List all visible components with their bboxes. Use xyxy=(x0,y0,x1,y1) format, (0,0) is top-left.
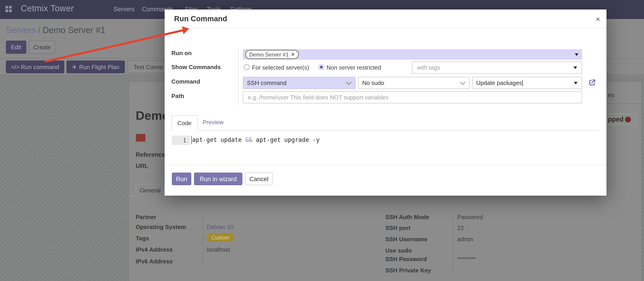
path-input[interactable]: e.g. /home/user This field does NOT supp… xyxy=(243,91,582,103)
status-dot-icon xyxy=(625,117,631,122)
text-cursor xyxy=(522,80,523,86)
ipv4-label: IPv4 Address xyxy=(136,246,173,253)
run-button[interactable]: Run xyxy=(172,173,191,185)
radio-non-server-restricted-label[interactable]: Non server restricted xyxy=(326,64,381,71)
apps-grid-icon[interactable] xyxy=(6,6,12,12)
command-label: Command xyxy=(172,78,200,85)
test-connection-button[interactable]: Test Conne xyxy=(128,60,169,73)
color-swatch[interactable] xyxy=(136,134,146,142)
url-label: URL xyxy=(136,163,148,169)
code-line-number: 1 xyxy=(172,136,190,145)
create-button[interactable]: Create xyxy=(29,41,55,54)
screen: Cetmix Tower Servers Commands Files Tool… xyxy=(0,0,644,281)
close-icon[interactable]: × xyxy=(596,15,600,23)
run-command-modal: Run Command × Run on Demo Server #1 ✕ Sh… xyxy=(164,9,606,196)
command-type-select[interactable]: SSH command xyxy=(243,77,356,89)
breadcrumb-servers-link[interactable]: Servers xyxy=(6,25,36,35)
code-icon: </> xyxy=(11,63,20,70)
cancel-button[interactable]: Cancel xyxy=(245,173,273,185)
tags-label: Tags xyxy=(136,235,149,242)
radio-for-selected-servers-label[interactable]: For selected server(s) xyxy=(252,64,309,71)
edit-button[interactable]: Edit xyxy=(6,41,26,54)
left-group-separator xyxy=(202,213,203,269)
run-flight-plan-button[interactable]: ✈ Run Flight Plan xyxy=(66,60,125,73)
select-chevron-icon xyxy=(346,79,352,85)
dropdown-caret-icon[interactable] xyxy=(575,53,578,56)
breadcrumb: Servers / Demo Server #1 xyxy=(6,25,105,35)
partner-label: Partner xyxy=(136,214,156,221)
form-column-separator xyxy=(238,47,239,105)
modal-title: Run Command xyxy=(174,14,227,23)
radio-for-selected-servers[interactable] xyxy=(244,64,250,70)
ssh-private-key-label: SSH Private Key xyxy=(385,267,431,274)
sudo-select[interactable]: No sudo xyxy=(358,77,470,89)
ipv6-label: IPv6 Address xyxy=(136,258,173,265)
plane-icon: ✈ xyxy=(72,63,77,70)
run-on-field[interactable]: Demo Server #1 ✕ xyxy=(243,49,582,60)
tag-custom-badge: Custom xyxy=(207,233,234,242)
external-link-icon[interactable] xyxy=(588,78,596,87)
os-value-link[interactable]: Debian 10 xyxy=(207,224,234,230)
notebook-border xyxy=(128,196,136,197)
use-sudo-label: Use sudo xyxy=(385,247,412,254)
ssh-password-value: ******** xyxy=(457,256,476,263)
nav-item-servers[interactable]: Servers xyxy=(114,6,134,13)
ipv4-value: localhost xyxy=(207,246,230,253)
status-text-partial: pped xyxy=(608,116,624,123)
dropdown-caret-icon xyxy=(574,66,577,69)
button-box-border xyxy=(606,103,642,104)
run-command-button[interactable]: </> Run command xyxy=(6,60,64,73)
with-tags-select[interactable]: with tags xyxy=(412,61,582,74)
path-label: Path xyxy=(172,93,184,99)
ssh-auth-mode-value: Password xyxy=(457,214,483,221)
run-on-label: Run on xyxy=(172,50,192,56)
ssh-password-label: SSH Password xyxy=(385,256,427,263)
select-chevron-icon xyxy=(460,79,465,85)
server-tag-pill: Demo Server #1 ✕ xyxy=(245,50,299,59)
ssh-port-value: 22 xyxy=(457,225,464,231)
breadcrumb-separator: / xyxy=(38,25,40,35)
breadcrumb-current: Demo Server #1 xyxy=(43,25,105,35)
tab-bar-border xyxy=(172,130,599,131)
tab-preview[interactable]: Preview xyxy=(202,119,224,126)
clipped-button-text: es xyxy=(608,92,614,98)
dropdown-caret-icon xyxy=(574,81,578,84)
radio-non-server-restricted[interactable] xyxy=(318,64,324,70)
remove-tag-icon[interactable]: ✕ xyxy=(291,52,295,57)
app-brand[interactable]: Cetmix Tower xyxy=(21,3,74,13)
command-combobox[interactable]: Update packages xyxy=(472,77,582,89)
ssh-username-value: admin xyxy=(457,236,473,243)
run-in-wizard-button[interactable]: Run in wizard xyxy=(194,173,242,185)
ssh-auth-mode-label: SSH Auth Mode xyxy=(385,214,429,221)
reference-label: Reference xyxy=(136,151,165,158)
code-editor-line[interactable]: apt-get update && apt-get upgrade -y xyxy=(192,136,320,143)
modal-footer-divider xyxy=(164,164,606,165)
tab-general[interactable]: General xyxy=(136,184,164,196)
modal-header-divider xyxy=(164,28,606,28)
show-commands-label: Show Commands xyxy=(172,64,221,70)
ssh-username-label: SSH Username xyxy=(385,236,427,243)
code-cursor xyxy=(191,136,192,144)
ssh-port-label: SSH port xyxy=(385,225,410,231)
os-label: Operating System xyxy=(136,224,186,230)
right-group-separator xyxy=(453,212,453,271)
tab-code[interactable]: Code xyxy=(172,115,198,131)
